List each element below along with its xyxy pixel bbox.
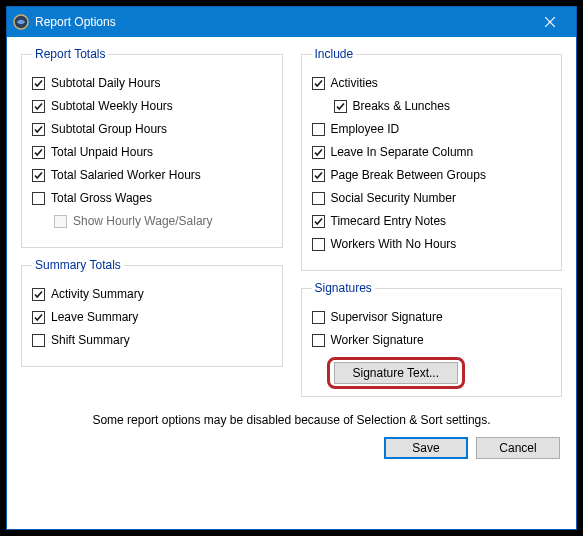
close-icon	[545, 17, 555, 27]
close-button[interactable]	[528, 8, 572, 36]
checkbox-leave-separate-column-row: Leave In Separate Column	[312, 145, 552, 159]
checkbox-activities-row: Activities	[312, 76, 552, 90]
checkbox-total-gross-wages-row: Total Gross Wages	[32, 191, 272, 205]
checkbox-leave-summary-row: Leave Summary	[32, 310, 272, 324]
checkbox-subtotal-group-hours[interactable]	[32, 123, 45, 136]
legend-summary-totals: Summary Totals	[32, 258, 124, 272]
checkbox-total-salaried-worker-hours-label: Total Salaried Worker Hours	[51, 168, 201, 182]
checkbox-worker-signature-label: Worker Signature	[331, 333, 424, 347]
checkbox-total-unpaid-hours-label: Total Unpaid Hours	[51, 145, 153, 159]
groupbox-report-totals: Report Totals Subtotal Daily HoursSubtot…	[21, 47, 283, 248]
checkbox-total-salaried-worker-hours-row: Total Salaried Worker Hours	[32, 168, 272, 182]
checkbox-activity-summary-row: Activity Summary	[32, 287, 272, 301]
checkbox-employee-id-label: Employee ID	[331, 122, 400, 136]
signature-text-button[interactable]: Signature Text...	[334, 362, 459, 384]
checkbox-subtotal-daily-hours[interactable]	[32, 77, 45, 90]
checkbox-subtotal-daily-hours-row: Subtotal Daily Hours	[32, 76, 272, 90]
footer-note: Some report options may be disabled beca…	[21, 413, 562, 427]
checkbox-supervisor-signature-label: Supervisor Signature	[331, 310, 443, 324]
checkbox-shift-summary-label: Shift Summary	[51, 333, 130, 347]
app-icon	[13, 14, 29, 30]
legend-report-totals: Report Totals	[32, 47, 108, 61]
checkbox-show-hourly-wage-salary	[54, 215, 67, 228]
checkbox-supervisor-signature[interactable]	[312, 311, 325, 324]
checkbox-leave-separate-column[interactable]	[312, 146, 325, 159]
checkbox-activities[interactable]	[312, 77, 325, 90]
button-bar: Save Cancel	[21, 437, 562, 459]
checkbox-page-break-groups[interactable]	[312, 169, 325, 182]
checkbox-subtotal-weekly-hours-row: Subtotal Weekly Hours	[32, 99, 272, 113]
checkbox-workers-no-hours[interactable]	[312, 238, 325, 251]
checkbox-subtotal-weekly-hours[interactable]	[32, 100, 45, 113]
checkbox-show-hourly-wage-salary-row: Show Hourly Wage/Salary	[54, 214, 272, 228]
checkbox-leave-separate-column-label: Leave In Separate Column	[331, 145, 474, 159]
save-button[interactable]: Save	[384, 437, 468, 459]
checkbox-subtotal-group-hours-label: Subtotal Group Hours	[51, 122, 167, 136]
checkbox-employee-id[interactable]	[312, 123, 325, 136]
checkbox-total-gross-wages-label: Total Gross Wages	[51, 191, 152, 205]
titlebar: Report Options	[7, 7, 576, 37]
checkbox-subtotal-daily-hours-label: Subtotal Daily Hours	[51, 76, 160, 90]
checkbox-subtotal-group-hours-row: Subtotal Group Hours	[32, 122, 272, 136]
checkbox-supervisor-signature-row: Supervisor Signature	[312, 310, 552, 324]
checkbox-show-hourly-wage-salary-label: Show Hourly Wage/Salary	[73, 214, 213, 228]
checkbox-ssn-row: Social Security Number	[312, 191, 552, 205]
legend-include: Include	[312, 47, 357, 61]
window-title: Report Options	[35, 15, 528, 29]
checkbox-leave-summary-label: Leave Summary	[51, 310, 138, 324]
checkbox-ssn[interactable]	[312, 192, 325, 205]
checkbox-workers-no-hours-row: Workers With No Hours	[312, 237, 552, 251]
legend-signatures: Signatures	[312, 281, 375, 295]
checkbox-total-unpaid-hours-row: Total Unpaid Hours	[32, 145, 272, 159]
groupbox-summary-totals: Summary Totals Activity SummaryLeave Sum…	[21, 258, 283, 367]
checkbox-timecard-entry-notes-row: Timecard Entry Notes	[312, 214, 552, 228]
checkbox-shift-summary[interactable]	[32, 334, 45, 347]
dialog-window: Report Options Report Totals Subtotal Da…	[6, 6, 577, 530]
checkbox-ssn-label: Social Security Number	[331, 191, 456, 205]
groupbox-signatures: Signatures Supervisor SignatureWorker Si…	[301, 281, 563, 397]
cancel-button[interactable]: Cancel	[476, 437, 560, 459]
checkbox-page-break-groups-row: Page Break Between Groups	[312, 168, 552, 182]
checkbox-breaks-lunches-label: Breaks & Lunches	[353, 99, 450, 113]
checkbox-activity-summary[interactable]	[32, 288, 45, 301]
checkbox-employee-id-row: Employee ID	[312, 122, 552, 136]
dialog-body: Report Totals Subtotal Daily HoursSubtot…	[7, 37, 576, 529]
checkbox-shift-summary-row: Shift Summary	[32, 333, 272, 347]
checkbox-workers-no-hours-label: Workers With No Hours	[331, 237, 457, 251]
checkbox-breaks-lunches-row: Breaks & Lunches	[334, 99, 552, 113]
checkbox-worker-signature[interactable]	[312, 334, 325, 347]
checkbox-total-salaried-worker-hours[interactable]	[32, 169, 45, 182]
checkbox-subtotal-weekly-hours-label: Subtotal Weekly Hours	[51, 99, 173, 113]
checkbox-timecard-entry-notes[interactable]	[312, 215, 325, 228]
checkbox-page-break-groups-label: Page Break Between Groups	[331, 168, 486, 182]
checkbox-timecard-entry-notes-label: Timecard Entry Notes	[331, 214, 447, 228]
checkbox-worker-signature-row: Worker Signature	[312, 333, 552, 347]
checkbox-leave-summary[interactable]	[32, 311, 45, 324]
checkbox-total-gross-wages[interactable]	[32, 192, 45, 205]
checkbox-activity-summary-label: Activity Summary	[51, 287, 144, 301]
checkbox-breaks-lunches[interactable]	[334, 100, 347, 113]
groupbox-include: Include Activities Breaks & Lunches Empl…	[301, 47, 563, 271]
checkbox-total-unpaid-hours[interactable]	[32, 146, 45, 159]
checkbox-activities-label: Activities	[331, 76, 378, 90]
